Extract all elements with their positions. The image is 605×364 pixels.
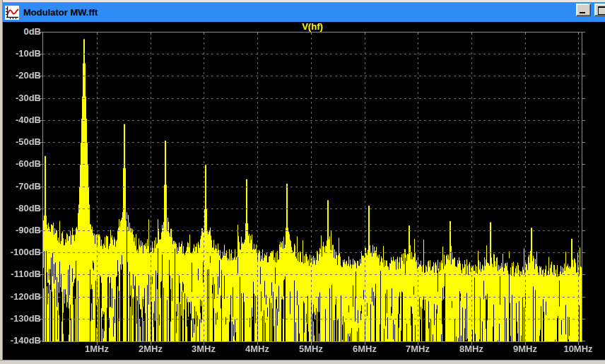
h-gridline — [43, 76, 582, 76]
x-tick — [311, 33, 312, 35]
v-gridline — [525, 33, 526, 341]
h-gridline — [43, 98, 582, 99]
v-gridline — [578, 33, 579, 341]
maximize-button[interactable] — [594, 4, 605, 16]
minimize-button[interactable] — [576, 4, 591, 16]
x-tick-label: 8MHz — [449, 344, 494, 354]
h-gridline — [43, 164, 582, 165]
x-tick — [578, 33, 579, 35]
x-tick-label: 1MHz — [74, 344, 119, 354]
x-tick — [525, 33, 526, 35]
x-tick-label: 5MHz — [288, 344, 334, 354]
window-frame-bottom — [0, 360, 605, 364]
y-tick — [582, 319, 585, 319]
x-tick-label: 3MHz — [181, 344, 226, 354]
minimize-icon — [580, 12, 585, 13]
x-tick — [204, 33, 204, 35]
y-tick — [582, 187, 585, 187]
y-tick-label: -40dB — [0, 115, 41, 125]
x-tick — [97, 33, 98, 35]
h-gridline — [43, 209, 582, 209]
y-tick-label: -50dB — [0, 137, 41, 147]
y-tick — [582, 230, 585, 231]
y-tick — [582, 274, 585, 275]
title-bar[interactable]: Modulator MW.fft — [3, 3, 605, 22]
y-tick — [582, 164, 585, 165]
h-gridline — [43, 142, 582, 143]
window-title: Modulator MW.fft — [23, 7, 98, 18]
fft-plot-window: Modulator MW.fft V(hf) 0dB-10dB-20dB-30d… — [0, 0, 605, 364]
x-tick — [151, 33, 151, 35]
h-gridline — [43, 187, 582, 187]
y-tick — [582, 341, 585, 341]
x-tick-label: 2MHz — [128, 344, 173, 354]
v-gridline — [97, 33, 98, 341]
y-tick-label: 0dB — [0, 27, 41, 37]
y-tick-label: -80dB — [0, 204, 41, 213]
y-tick-label: -20dB — [0, 71, 41, 81]
y-tick — [582, 54, 585, 54]
v-gridline — [471, 33, 472, 341]
y-tick — [582, 32, 585, 33]
y-tick — [582, 209, 585, 209]
x-tick-label: 4MHz — [235, 344, 280, 354]
x-tick — [257, 33, 258, 35]
y-tick — [582, 297, 585, 298]
y-tick-label: -70dB — [0, 182, 41, 192]
y-tick — [582, 142, 585, 143]
h-gridline — [43, 297, 582, 298]
h-gridline — [43, 252, 582, 253]
x-tick-label: 10MHz — [556, 344, 601, 354]
y-tick-label: -30dB — [0, 93, 41, 103]
x-tick-label: 7MHz — [395, 344, 440, 354]
v-gridline — [151, 33, 151, 341]
v-gridline — [311, 33, 312, 341]
v-gridline — [257, 33, 258, 341]
v-gridline — [418, 33, 418, 341]
h-gridline — [43, 274, 582, 275]
y-tick-label: -10dB — [0, 49, 41, 59]
y-tick — [582, 98, 585, 99]
x-tick — [365, 33, 365, 35]
v-gridline — [204, 33, 204, 341]
y-tick-label: -140dB — [0, 336, 41, 346]
x-tick-label: 6MHz — [342, 344, 387, 354]
y-tick-label: -130dB — [0, 314, 41, 324]
y-tick-label: -110dB — [0, 269, 41, 279]
h-gridline — [43, 230, 582, 231]
x-tick-label: 9MHz — [503, 344, 548, 354]
maximize-icon — [598, 6, 605, 15]
y-tick — [582, 120, 585, 121]
y-tick-label: -60dB — [0, 159, 41, 169]
y-tick — [582, 252, 585, 253]
h-gridline — [43, 120, 582, 121]
h-gridline — [43, 54, 582, 54]
y-tick-label: -90dB — [0, 225, 41, 235]
trace-legend[interactable]: V(hf) — [42, 22, 582, 32]
v-gridline — [365, 33, 365, 341]
y-tick-label: -100dB — [0, 247, 41, 257]
h-gridline — [43, 319, 582, 319]
y-tick-label: -120dB — [0, 292, 41, 302]
x-tick — [418, 33, 418, 35]
y-tick — [582, 76, 585, 76]
waveform-plot-icon — [5, 6, 19, 20]
x-tick — [471, 33, 472, 35]
